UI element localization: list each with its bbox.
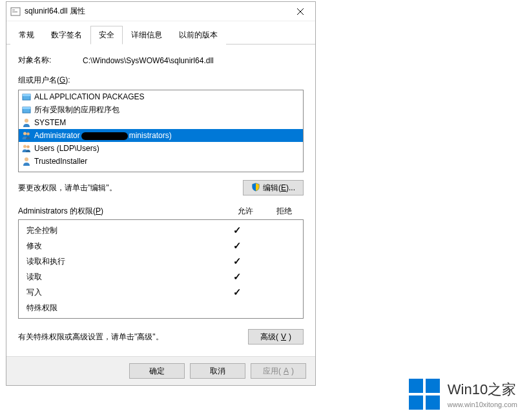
permission-row: 特殊权限	[19, 300, 303, 315]
app-icon	[10, 6, 21, 17]
list-item[interactable]: SYSTEM	[19, 116, 303, 129]
list-item-label: TrustedInstaller	[34, 157, 87, 166]
package-icon	[21, 105, 32, 115]
svg-point-9	[26, 132, 30, 135]
ok-button[interactable]: 确定	[129, 363, 185, 379]
allow-check: ✓	[218, 240, 256, 252]
package-icon	[21, 92, 32, 102]
close-icon	[297, 8, 304, 15]
svg-point-10	[23, 145, 26, 148]
svg-rect-1	[12, 10, 15, 10]
permission-name: 修改	[26, 241, 218, 252]
watermark-logo: Win10之家 www.win10xitong.com	[409, 379, 517, 410]
permission-name: 写入	[26, 287, 218, 298]
object-name-value: C:\Windows\SysWOW64\sqlunirl64.dll	[83, 56, 304, 65]
allow-check: ✓	[218, 225, 256, 236]
svg-rect-4	[23, 94, 30, 96]
logo-title: Win10之家	[448, 380, 517, 399]
object-name-row: 对象名称: C:\Windows\SysWOW64\sqlunirl64.dll	[18, 55, 304, 66]
permission-name: 读取和执行	[26, 256, 218, 267]
tab-details[interactable]: 详细信息	[123, 26, 171, 45]
col-deny: 拒绝	[265, 206, 304, 217]
permission-row: 修改✓	[19, 238, 303, 254]
tab-security[interactable]: 安全	[90, 26, 123, 45]
list-item-label: 所有受限制的应用程序包	[34, 105, 119, 115]
list-item[interactable]: 所有受限制的应用程序包	[19, 103, 303, 116]
close-button[interactable]	[285, 2, 315, 21]
svg-point-12	[25, 157, 28, 161]
permission-name: 特殊权限	[26, 303, 218, 314]
edit-button[interactable]: 编辑(E)...	[243, 180, 304, 195]
advanced-hint: 有关特殊权限或高级设置，请单击"高级"。	[18, 332, 163, 343]
permissions-header: Administrators 的权限(P) 允许 拒绝	[18, 206, 304, 217]
cancel-button[interactable]: 取消	[190, 363, 245, 379]
permission-row: 读取和执行✓	[19, 254, 303, 269]
permission-row: 读取✓	[19, 269, 303, 285]
window-title: sqlunirl64.dll 属性	[25, 6, 285, 17]
list-item-label: Users (LDP\Users)	[34, 144, 99, 153]
titlebar[interactable]: sqlunirl64.dll 属性	[6, 2, 315, 21]
permission-name: 读取	[26, 272, 218, 283]
allow-check: ✓	[218, 255, 256, 267]
allow-check: ✓	[218, 271, 256, 283]
tab-previous-versions[interactable]: 以前的版本	[171, 26, 226, 45]
edit-hint: 要更改权限，请单击"编辑"。	[18, 183, 117, 194]
shield-icon	[251, 183, 260, 194]
list-item-label: Administratorministrators)	[34, 131, 172, 140]
svg-point-8	[23, 132, 26, 135]
user-icon	[21, 156, 32, 166]
col-allow: 允许	[226, 206, 265, 217]
svg-rect-2	[12, 12, 17, 12]
tab-content: 对象名称: C:\Windows\SysWOW64\sqlunirl64.dll…	[6, 45, 315, 356]
list-item[interactable]: Administratorministrators)	[19, 129, 303, 142]
properties-dialog: sqlunirl64.dll 属性 常规 数字签名 安全 详细信息 以前的版本 …	[6, 1, 316, 386]
tab-bar: 常规 数字签名 安全 详细信息 以前的版本	[6, 21, 315, 45]
dialog-buttons: 确定 取消 应用(A)	[6, 356, 315, 385]
tab-digital-signature[interactable]: 数字签名	[43, 26, 90, 45]
permission-row: 写入✓	[19, 285, 303, 300]
svg-point-7	[25, 119, 28, 123]
list-item-label: ALL APPLICATION PACKAGES	[34, 92, 145, 101]
list-item[interactable]: TrustedInstaller	[19, 155, 303, 168]
list-item[interactable]: Users (LDP\Users)	[19, 142, 303, 155]
logo-url: www.win10xitong.com	[448, 401, 517, 408]
list-item[interactable]: ALL APPLICATION PACKAGES	[19, 90, 303, 103]
object-name-label: 对象名称:	[18, 55, 83, 66]
permission-name: 完全控制	[26, 225, 218, 236]
list-item-label: SYSTEM	[34, 118, 66, 127]
permission-row: 完全控制✓	[19, 223, 303, 238]
group-icon	[21, 143, 32, 154]
allow-check: ✓	[218, 286, 256, 298]
advanced-button[interactable]: 高级(V)	[248, 329, 304, 345]
svg-rect-6	[23, 107, 30, 109]
windows-logo-icon	[409, 379, 440, 410]
group-icon	[21, 130, 32, 141]
svg-point-11	[26, 145, 30, 148]
groups-label: 组或用户名(G):	[18, 75, 304, 86]
groups-listbox[interactable]: ALL APPLICATION PACKAGES所有受限制的应用程序包SYSTE…	[18, 90, 304, 172]
tab-general[interactable]: 常规	[10, 26, 43, 45]
permissions-listbox: 完全控制✓修改✓读取和执行✓读取✓写入✓特殊权限	[18, 219, 304, 319]
user-icon	[21, 117, 32, 128]
apply-button[interactable]: 应用(A)	[251, 363, 306, 379]
